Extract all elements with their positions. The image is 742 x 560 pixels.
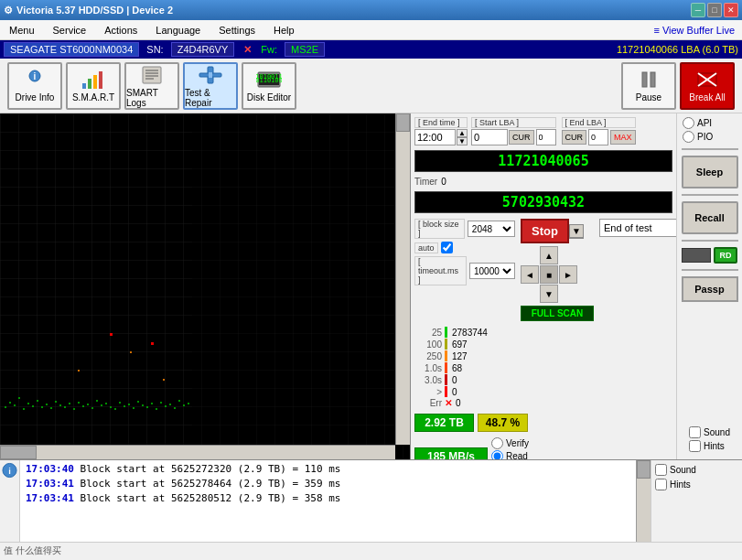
menu-item-actions[interactable]: Actions xyxy=(95,20,146,39)
stat-label-gt: > xyxy=(414,387,442,397)
second-lba-display: 5702930432 xyxy=(414,191,672,213)
disk-editor-button[interactable]: 0110100 1010011 Disk Editor xyxy=(242,62,296,110)
hints-checkbox[interactable] xyxy=(689,440,701,452)
pio-radio[interactable] xyxy=(683,131,694,143)
vertical-scrollbar[interactable] xyxy=(395,113,410,445)
menu-item-menu[interactable]: Menu xyxy=(0,20,44,39)
smart-button[interactable]: S.M.A.R.T xyxy=(66,62,121,110)
dpad-left[interactable]: ◄ xyxy=(521,265,539,284)
svg-rect-60 xyxy=(165,405,167,407)
scrollbar-thumb[interactable] xyxy=(396,113,410,132)
minimize-button[interactable]: ─ xyxy=(691,3,705,17)
passp-button[interactable]: Passp xyxy=(682,276,738,302)
svg-rect-28 xyxy=(18,397,20,399)
svg-rect-70 xyxy=(151,342,154,345)
block-size-select[interactable]: 2048 xyxy=(468,221,515,237)
stat-count-1s: 68 xyxy=(452,363,462,373)
svg-rect-18 xyxy=(642,72,647,87)
api-label: API xyxy=(697,118,712,128)
log-entry-0: 17:03:40 Block start at 5625272320 (2.9 … xyxy=(26,462,630,477)
log-scrollbar[interactable] xyxy=(636,460,651,542)
stat-bar-100 xyxy=(445,339,447,350)
test-repair-icon xyxy=(196,64,225,86)
svg-rect-32 xyxy=(37,400,38,402)
end-time-input[interactable] xyxy=(414,129,456,145)
cur2-input[interactable] xyxy=(588,129,608,145)
svg-rect-39 xyxy=(69,403,70,404)
stat-bar-250 xyxy=(445,350,447,361)
svg-rect-27 xyxy=(14,404,16,406)
stat-bar-gt xyxy=(445,386,447,397)
drive-info-button[interactable]: i Drive Info xyxy=(7,62,62,110)
log-hints-checkbox[interactable] xyxy=(655,479,667,490)
api-radio-row[interactable]: API xyxy=(683,117,740,129)
pio-label: PIO xyxy=(697,132,713,142)
log-scroll-thumb[interactable] xyxy=(637,460,651,479)
pause-button[interactable]: Pause xyxy=(621,62,676,110)
maximize-button[interactable]: □ xyxy=(707,3,722,17)
test-repair-button[interactable]: Test & Repair xyxy=(183,62,238,110)
timeout-select[interactable]: 10000 xyxy=(469,263,515,279)
cur-value-input[interactable] xyxy=(536,129,556,145)
end-time-up[interactable]: ▲ xyxy=(457,129,468,137)
sound-checkbox-row[interactable]: Sound xyxy=(689,426,730,438)
stat-count-100: 697 xyxy=(452,339,468,350)
break-all-button[interactable]: Break All xyxy=(680,62,735,110)
verify-radio[interactable] xyxy=(491,437,503,449)
dpad-right[interactable]: ► xyxy=(559,265,577,284)
menu-item-language[interactable]: Language xyxy=(146,20,210,39)
log-hints-row[interactable]: Hints xyxy=(655,479,738,490)
status-text: 值 什么值得买 xyxy=(4,544,61,557)
stop-dropdown-arrow[interactable]: ▼ xyxy=(570,225,583,238)
pause-label: Pause xyxy=(636,92,661,102)
stat-label-100: 100 xyxy=(414,339,442,350)
end-of-test-select[interactable]: End of test Shutdown Hibernate Restart xyxy=(599,219,676,237)
stop-button[interactable]: Stop xyxy=(521,219,569,243)
horizontal-scrollbar[interactable] xyxy=(0,445,395,459)
svg-rect-55 xyxy=(142,404,144,406)
dpad-up[interactable]: ▲ xyxy=(540,246,558,264)
log-sound-checkbox[interactable] xyxy=(655,464,667,476)
start-lba-input[interactable] xyxy=(471,129,508,145)
menu-item-settings[interactable]: Settings xyxy=(210,20,264,39)
log-text-1: Block start at 5625278464 (2.9 TB) = 359… xyxy=(81,478,341,490)
svg-rect-38 xyxy=(64,406,66,408)
menu-item-service[interactable]: Service xyxy=(44,20,96,39)
sound-checkbox[interactable] xyxy=(689,426,701,438)
svg-text:i: i xyxy=(8,466,11,476)
api-radio[interactable] xyxy=(683,117,694,129)
smart-logs-button[interactable]: SMART Logs xyxy=(124,62,179,110)
drive-close-icon[interactable]: ✕ xyxy=(243,44,252,56)
log-sound-row[interactable]: Sound xyxy=(655,464,738,476)
drivebar: SEAGATE ST6000NM0034 SN: Z4D4R6VY ✕ Fw: … xyxy=(0,40,742,59)
rd-button[interactable]: RD xyxy=(714,247,737,264)
view-buffer-button[interactable]: ≡ View Buffer Live xyxy=(646,23,742,38)
full-scan-button[interactable]: FULL SCAN xyxy=(521,306,594,321)
verify-radio-row[interactable]: Verify xyxy=(491,437,529,449)
log-right-panel: Sound Hints xyxy=(651,460,742,542)
menu-item-help[interactable]: Help xyxy=(264,20,304,39)
drive-model[interactable]: SEAGATE ST6000NM0034 xyxy=(4,42,139,57)
svg-text:i: i xyxy=(34,71,37,81)
start-lba-label: [ Start LBA ] xyxy=(471,117,556,128)
svg-rect-48 xyxy=(110,406,112,408)
stat-count-3s: 0 xyxy=(452,375,457,385)
stat-row-gt: > 0 xyxy=(414,386,672,397)
recall-button[interactable]: Recall xyxy=(682,201,738,234)
pio-radio-row[interactable]: PIO xyxy=(683,131,740,143)
stop-dropdown[interactable]: ▼ xyxy=(569,224,584,239)
hints-checkbox-row[interactable]: Hints xyxy=(689,440,730,452)
svg-rect-37 xyxy=(59,404,61,406)
read-radio[interactable] xyxy=(491,450,503,459)
dpad-down[interactable]: ▼ xyxy=(540,285,558,303)
sleep-button[interactable]: Sleep xyxy=(682,156,738,188)
scrollbar-thumb-h[interactable] xyxy=(0,446,37,459)
end-time-down[interactable]: ▼ xyxy=(457,137,468,145)
svg-rect-54 xyxy=(137,401,139,403)
close-button[interactable]: ✕ xyxy=(724,3,738,17)
dpad-center[interactable]: ■ xyxy=(540,265,558,284)
read-radio-row[interactable]: Read xyxy=(491,450,529,459)
svg-rect-24 xyxy=(0,113,192,443)
auto-checkbox[interactable] xyxy=(441,242,453,253)
disk-editor-label: Disk Editor xyxy=(247,92,291,102)
